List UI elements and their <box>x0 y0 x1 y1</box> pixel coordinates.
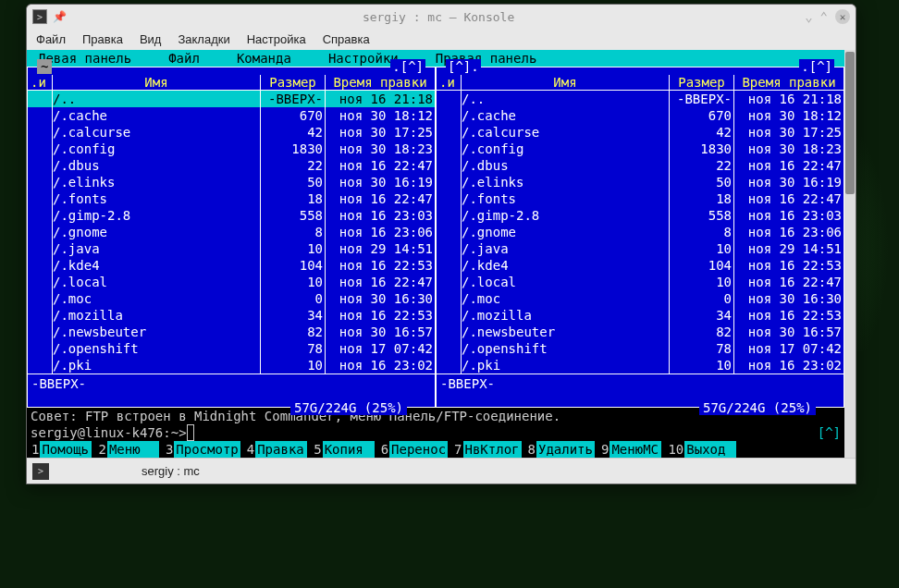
file-row[interactable]: /.newsbeuter82ноя 30 16:57 <box>28 324 435 340</box>
file-row[interactable]: /.local10ноя 16 22:47 <box>437 274 844 290</box>
file-row[interactable]: /.cache670ноя 30 18:12 <box>437 107 844 124</box>
file-row[interactable]: /.local10ноя 16 22:47 <box>28 274 435 290</box>
file-name: /.pki <box>53 357 261 374</box>
col-size[interactable]: Размер <box>261 75 326 90</box>
file-row[interactable]: /.config1830ноя 30 18:23 <box>437 141 844 157</box>
file-size: 670 <box>261 107 326 124</box>
file-row[interactable]: /.openshift78ноя 17 07:42 <box>437 340 844 357</box>
file-row[interactable]: /.java10ноя 29 14:51 <box>437 240 844 257</box>
col-name[interactable]: Имя <box>462 75 670 90</box>
prompt-caret[interactable]: [^] <box>818 424 841 441</box>
col-n[interactable]: .и <box>28 75 53 90</box>
file-size: 8 <box>670 224 734 240</box>
close-button[interactable]: ✕ <box>835 9 850 24</box>
file-row[interactable]: /..-ВВЕРХ-ноя 16 21:18 <box>437 91 844 107</box>
fkey-8[interactable]: 8Удалить <box>527 441 600 458</box>
file-row[interactable]: /.gimp-2.8558ноя 16 23:03 <box>28 207 435 224</box>
file-size: 10 <box>261 240 326 257</box>
fkey-9[interactable]: 9МенюМС <box>600 441 667 458</box>
file-row[interactable]: /.elinks50ноя 30 16:19 <box>28 174 435 190</box>
left-panel-path[interactable]: ~ <box>37 59 52 74</box>
file-row[interactable]: /.newsbeuter82ноя 30 16:57 <box>437 324 844 340</box>
file-row[interactable]: /.moc0ноя 30 16:30 <box>437 290 844 307</box>
prompt-line[interactable]: sergiy@linux-k476:~> [^] <box>27 424 844 441</box>
col-n[interactable]: .и <box>437 75 462 90</box>
mc-menu-command[interactable]: Команда <box>237 50 291 67</box>
maximize-button[interactable]: ⌃ <box>820 9 828 24</box>
file-time: ноя 16 22:47 <box>326 190 435 207</box>
file-row[interactable]: /.elinks50ноя 30 16:19 <box>437 174 844 190</box>
file-row[interactable]: /.fonts18ноя 16 22:47 <box>28 190 435 207</box>
file-row[interactable]: /.pki10ноя 16 23:02 <box>437 357 844 374</box>
fkey-2[interactable]: 2Меню <box>97 441 164 458</box>
file-row[interactable]: /..-ВВЕРХ-ноя 16 21:18 <box>28 91 435 107</box>
col-name[interactable]: Имя <box>53 75 261 90</box>
fkey-5[interactable]: 5Копия <box>313 441 379 458</box>
file-row[interactable]: /.dbus22ноя 16 22:47 <box>437 157 844 174</box>
left-panel-caret[interactable]: .[^] <box>390 59 425 74</box>
right-panel-caret[interactable]: .[^] <box>799 59 834 74</box>
file-time: ноя 16 23:06 <box>326 224 435 240</box>
menu-settings[interactable]: Настройка <box>247 32 306 46</box>
file-row[interactable]: /.calcurse42ноя 30 17:25 <box>28 124 435 141</box>
file-row[interactable]: /.dbus22ноя 16 22:47 <box>28 157 435 174</box>
file-row[interactable]: /.gnome8ноя 16 23:06 <box>437 224 844 240</box>
titlebar[interactable]: > 📌 sergiy : mc — Konsole ⌄ ⌃ ✕ <box>27 5 856 29</box>
file-row[interactable]: /.cache670ноя 30 18:12 <box>28 107 435 124</box>
menu-help[interactable]: Справка <box>323 32 370 46</box>
file-row[interactable]: /.kde4104ноя 16 22:53 <box>28 257 435 274</box>
fkey-1[interactable]: 1Помощь <box>31 441 97 458</box>
menu-edit[interactable]: Правка <box>82 32 123 46</box>
fkey-6[interactable]: 6Перенос <box>380 441 453 458</box>
pin-icon[interactable]: 📌 <box>53 10 67 23</box>
left-disk-status: 57G/224G (25%) <box>290 400 407 415</box>
fkey-3[interactable]: 3Просмотр <box>165 441 246 458</box>
file-name: /.fonts <box>462 190 670 207</box>
col-size[interactable]: Размер <box>670 75 734 90</box>
terminal-scrollbar[interactable] <box>844 50 856 458</box>
menu-file[interactable]: Файл <box>36 32 66 46</box>
right-panel[interactable]: [^]. .[^] .и Имя Размер Время правки /..… <box>436 67 844 408</box>
file-row[interactable]: /.openshift78ноя 17 07:42 <box>28 340 435 357</box>
file-row[interactable]: /.fonts18ноя 16 22:47 <box>437 190 844 207</box>
file-row[interactable]: /.config1830ноя 30 18:23 <box>28 141 435 157</box>
file-row[interactable]: /.mozilla34ноя 16 22:53 <box>437 307 844 324</box>
fkey-10[interactable]: 10Выход <box>667 441 742 458</box>
file-row[interactable]: /.gnome8ноя 16 23:06 <box>28 224 435 240</box>
file-row[interactable]: /.java10ноя 29 14:51 <box>28 240 435 257</box>
col-time[interactable]: Время правки <box>734 75 844 90</box>
file-name: /.config <box>462 141 670 157</box>
file-row[interactable]: /.calcurse42ноя 30 17:25 <box>437 124 844 141</box>
right-panel-caret-l[interactable]: [^]. <box>446 59 481 74</box>
file-time: ноя 30 18:12 <box>326 107 435 124</box>
file-row[interactable]: /.moc0ноя 30 16:30 <box>28 290 435 307</box>
file-time: ноя 16 23:06 <box>734 224 844 240</box>
scrollbar-thumb[interactable] <box>845 52 855 194</box>
mc-menu-file[interactable]: Файл <box>168 50 200 67</box>
menu-bookmarks[interactable]: Закладки <box>178 32 229 46</box>
file-size: 670 <box>670 107 734 124</box>
menu-view[interactable]: Вид <box>140 32 162 46</box>
file-size: 104 <box>261 257 326 274</box>
tab-title[interactable]: sergiy : mc <box>142 464 200 478</box>
left-panel[interactable]: ~ .[^] .и Имя Размер Время правки /..-ВВ… <box>27 67 436 408</box>
file-row[interactable]: /.pki10ноя 16 23:02 <box>28 357 435 374</box>
file-size: 1830 <box>261 141 326 157</box>
file-size: 0 <box>261 290 326 307</box>
fkey-4[interactable]: 4Правка <box>246 441 313 458</box>
fkey-label: Помощь <box>40 441 92 458</box>
file-row[interactable]: /.gimp-2.8558ноя 16 23:03 <box>437 207 844 224</box>
file-row[interactable]: /.kde4104ноя 16 22:53 <box>437 257 844 274</box>
file-row[interactable]: /.mozilla34ноя 16 22:53 <box>28 307 435 324</box>
fkey-7[interactable]: 7НвКтлог <box>453 441 526 458</box>
col-time[interactable]: Время правки <box>326 75 435 90</box>
left-footer-text: -ВВЕРХ- <box>31 376 86 391</box>
minimize-button[interactable]: ⌄ <box>805 9 812 24</box>
terminal-area[interactable]: Левая панель Файл Команда Настройки Прав… <box>27 50 856 458</box>
fkey-label: Просмотр <box>174 441 240 458</box>
file-name: /.newsbeuter <box>462 324 670 340</box>
new-tab-button[interactable]: > <box>32 463 49 480</box>
file-size: 10 <box>670 274 734 290</box>
left-panel-header: .и Имя Размер Время правки <box>28 75 435 91</box>
mc-menu-options[interactable]: Настройки <box>328 50 399 67</box>
